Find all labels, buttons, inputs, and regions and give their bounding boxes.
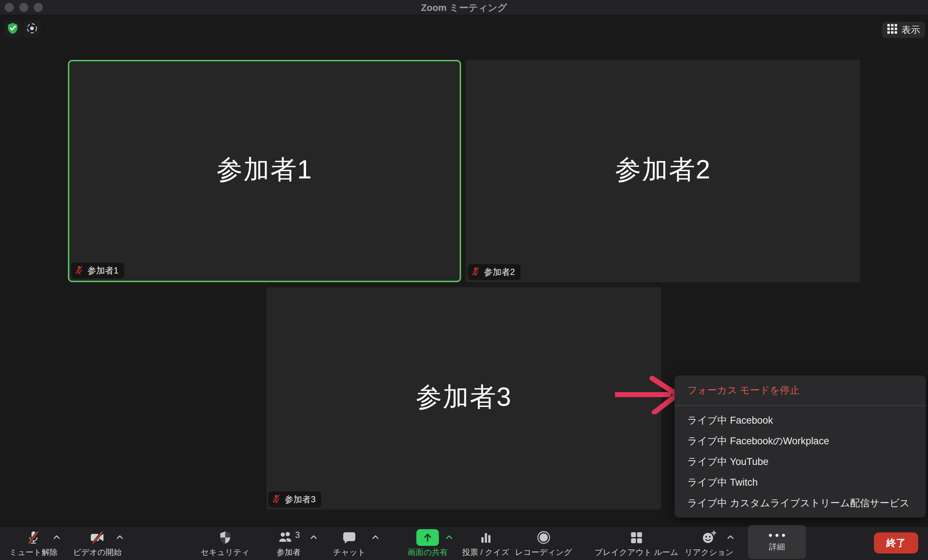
security-button[interactable]: セキュリティ [200, 529, 249, 557]
polls-bar-chart-icon [479, 529, 493, 546]
unmute-label: ミュート解除 [9, 548, 58, 557]
unmute-button[interactable]: ミュート解除 [9, 529, 58, 557]
reactions-smiley-icon [701, 529, 717, 546]
start-video-button[interactable]: ビデオの開始 [73, 529, 122, 557]
menu-item-live-youtube[interactable]: ライブ中 YouTube [675, 451, 926, 472]
meeting-info-shield-button[interactable] [4, 20, 21, 38]
participant-name-pill: 参加者1 [71, 263, 124, 278]
share-screen-button[interactable]: 画面の共有 [408, 529, 448, 557]
share-screen-icon [417, 529, 439, 546]
chat-options-chevron[interactable] [371, 533, 380, 542]
chat-button[interactable]: チャット [333, 529, 366, 557]
menu-item-live-custom[interactable]: ライブ中 カスタムライブストリーム配信サービス [675, 493, 926, 513]
record-circle-icon [536, 529, 551, 546]
shield-check-icon [6, 22, 19, 36]
share-screen-label: 画面の共有 [408, 548, 448, 557]
recording-button[interactable]: レコーディング [515, 529, 572, 557]
more-context-menu: フォーカス モードを停止 ライブ中 Facebook ライブ中 Facebook… [675, 375, 926, 517]
participant-name-pill: 参加者3 [268, 492, 321, 507]
view-button[interactable]: 表示 [882, 22, 925, 38]
live-stream-menu-list: ライブ中 Facebook ライブ中 FacebookのWorkplace ライ… [675, 406, 926, 513]
security-shield-icon [218, 529, 232, 546]
mic-options-chevron[interactable] [52, 533, 61, 542]
zoom-meeting-window: Zoom ミーティング 表示 参加者1 参加者1 参加者2 [0, 0, 928, 560]
recording-label: レコーディング [515, 548, 572, 557]
muted-mic-icon [75, 265, 84, 276]
participants-count: 3 [295, 530, 300, 540]
breakout-label: ブレイクアウト ルーム [595, 548, 679, 557]
polls-label: 投票 / クイズ [462, 548, 510, 557]
participant-name-center: 参加者2 [466, 152, 860, 187]
polls-button[interactable]: 投票 / クイズ [462, 529, 510, 557]
participants-button[interactable]: 3 参加者 [277, 529, 301, 557]
muted-mic-icon [25, 529, 41, 546]
menu-item-stop-focus-mode[interactable]: フォーカス モードを停止 [675, 375, 926, 405]
participants-icon [278, 530, 293, 545]
video-tile-participant2[interactable]: 参加者2 参加者2 [466, 60, 860, 282]
muted-mic-icon [471, 266, 480, 277]
security-label: セキュリティ [200, 548, 249, 557]
video-tile-participant1[interactable]: 参加者1 参加者1 [68, 60, 461, 282]
end-meeting-button[interactable]: 終了 [874, 533, 918, 554]
participants-options-chevron[interactable] [309, 533, 318, 542]
titlebar: Zoom ミーティング [0, 0, 928, 15]
chat-bubble-icon [342, 529, 357, 546]
breakout-grid-icon [630, 529, 643, 546]
focus-mode-indicator-button[interactable] [23, 20, 41, 38]
video-off-icon [89, 529, 106, 546]
end-label: 終了 [886, 536, 906, 549]
reactions-options-chevron[interactable] [726, 533, 735, 542]
grid-view-icon [887, 24, 897, 36]
participant-name-pill: 参加者2 [468, 264, 520, 280]
annotation-arrow-icon [615, 376, 681, 415]
participant-name-center: 参加者1 [69, 152, 459, 187]
share-options-chevron[interactable] [445, 533, 453, 542]
participant-name-label: 参加者1 [87, 265, 118, 276]
participant-name-label: 参加者3 [285, 494, 316, 505]
muted-mic-icon [272, 494, 281, 505]
more-dots-icon [768, 533, 786, 539]
participants-label: 参加者 [277, 548, 301, 557]
menu-item-live-twitch[interactable]: ライブ中 Twitch [675, 472, 926, 493]
meeting-toolbar: ミュート解除 ビデオの開始 セキュリティ 3 [0, 526, 928, 560]
menu-item-live-facebook[interactable]: ライブ中 Facebook [675, 410, 926, 431]
focus-mode-icon [26, 22, 38, 36]
chat-label: チャット [333, 548, 366, 557]
breakout-rooms-button[interactable]: ブレイクアウト ルーム [595, 529, 679, 557]
more-button[interactable]: 詳細 [748, 525, 806, 559]
participant-name-label: 参加者2 [484, 266, 515, 278]
start-video-label: ビデオの開始 [73, 548, 122, 557]
view-button-label: 表示 [902, 24, 920, 36]
video-options-chevron[interactable] [116, 533, 124, 542]
menu-item-live-workplace[interactable]: ライブ中 FacebookのWorkplace [675, 431, 926, 451]
reactions-label: リアクション [684, 548, 733, 557]
more-label: 詳細 [769, 542, 785, 552]
window-title: Zoom ミーティング [0, 0, 928, 15]
participant-name-center: 参加者3 [267, 380, 661, 415]
video-tile-participant3[interactable]: 参加者3 参加者3 [267, 287, 661, 510]
